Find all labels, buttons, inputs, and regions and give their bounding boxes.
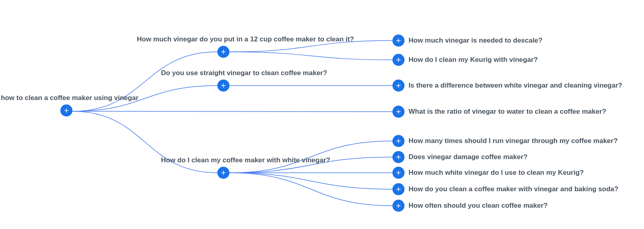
node-label: Is there a difference between white vine… <box>409 82 622 90</box>
plus-icon <box>395 56 402 63</box>
plus-icon <box>395 82 402 89</box>
node-leaf-6: Does vinegar damage coffee maker? <box>392 151 528 163</box>
expand-button[interactable] <box>217 80 229 92</box>
plus-icon <box>395 169 402 176</box>
node-leaf-2: How do I clean my Keurig with vinegar? <box>392 54 538 66</box>
expand-button[interactable] <box>392 167 405 179</box>
node-label: How many times should I run vinegar thro… <box>409 137 618 145</box>
expand-button[interactable] <box>392 135 405 147</box>
node-label: What is the ratio of vinegar to water to… <box>409 108 606 116</box>
node-label: Do you use straight vinegar to clean cof… <box>161 69 327 77</box>
plus-icon <box>395 153 402 161</box>
expand-button[interactable] <box>392 106 405 118</box>
expand-button[interactable] <box>60 104 72 117</box>
plus-icon <box>220 82 227 89</box>
node-label: How much vinegar is needed to descale? <box>409 37 543 45</box>
node-label: How often should you clean coffee maker? <box>409 202 548 210</box>
node-mid-3: How do I clean my coffee maker with whit… <box>217 167 229 179</box>
expand-button[interactable] <box>392 54 405 66</box>
node-mid-1: How much vinegar do you put in a 12 cup … <box>217 46 229 58</box>
node-mid-2: Do you use straight vinegar to clean cof… <box>217 80 229 92</box>
plus-icon <box>220 48 227 55</box>
plus-icon <box>395 108 402 115</box>
node-label: How do I clean my Keurig with vinegar? <box>409 56 538 64</box>
plus-icon <box>395 202 402 209</box>
node-leaf-4: What is the ratio of vinegar to water to… <box>392 106 606 118</box>
node-label: How much white vinegar do I use to clean… <box>409 169 584 177</box>
expand-button[interactable] <box>392 183 405 195</box>
node-label: How do I clean my coffee maker with whit… <box>161 156 330 164</box>
node-leaf-7: How much white vinegar do I use to clean… <box>392 167 584 179</box>
plus-icon <box>220 169 227 176</box>
plus-icon <box>63 107 70 114</box>
expand-button[interactable] <box>392 80 405 92</box>
node-root: how to clean a coffee maker using vinega… <box>60 94 138 117</box>
plus-icon <box>395 137 402 145</box>
node-label: how to clean a coffee maker using vinega… <box>0 94 138 102</box>
expand-button[interactable] <box>392 200 405 212</box>
node-leaf-5: How many times should I run vinegar thro… <box>392 135 618 147</box>
plus-icon <box>395 186 402 193</box>
node-label: How do you clean a coffee maker with vin… <box>409 185 618 193</box>
mindmap-stage: { "colors": { "edge": "#4a7cf0", "nodeBu… <box>0 0 644 229</box>
expand-button[interactable] <box>217 46 229 58</box>
expand-button[interactable] <box>217 167 229 179</box>
node-leaf-8: How do you clean a coffee maker with vin… <box>392 183 618 195</box>
node-leaf-3: Is there a difference between white vine… <box>392 80 622 92</box>
expand-button[interactable] <box>392 151 405 163</box>
plus-icon <box>395 37 402 44</box>
node-leaf-9: How often should you clean coffee maker? <box>392 200 548 212</box>
expand-button[interactable] <box>392 35 405 47</box>
node-leaf-1: How much vinegar is needed to descale? <box>392 35 543 47</box>
node-label: How much vinegar do you put in a 12 cup … <box>137 35 354 43</box>
node-label: Does vinegar damage coffee maker? <box>409 153 528 161</box>
